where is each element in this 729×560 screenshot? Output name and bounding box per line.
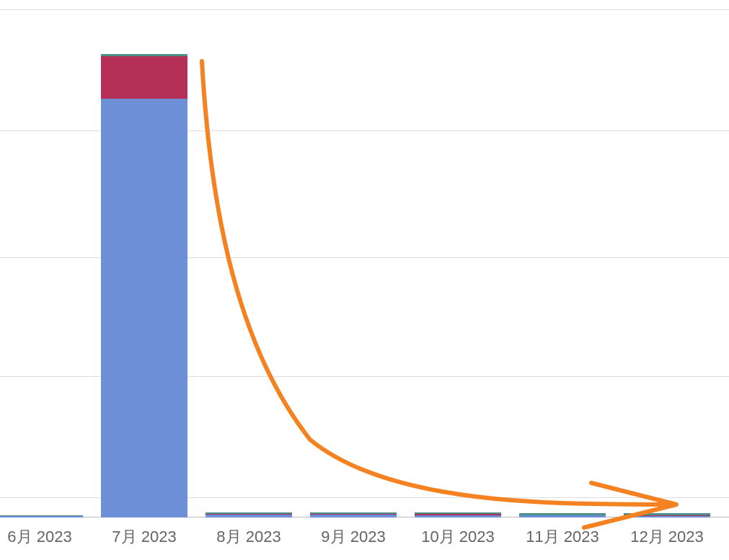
bar-9月-2023	[310, 512, 397, 517]
x-tick-label: 8月 2023	[198, 526, 299, 548]
bar-segment-series-a	[310, 515, 397, 517]
plot-area	[0, 0, 729, 517]
x-axis: 6月 2023 7月 2023 8月 2023 9月 2023 10月 2023…	[0, 526, 729, 555]
bar-segment-series-b	[101, 56, 187, 99]
gridline	[0, 9, 729, 10]
bar-7月-2023	[101, 54, 187, 517]
bar-8月-2023	[206, 512, 292, 517]
x-tick-label: 9月 2023	[303, 526, 404, 548]
x-tick-label: 6月 2023	[0, 526, 90, 548]
x-tick-label: 10月 2023	[407, 526, 508, 548]
bar-segment-series-a	[0, 516, 83, 517]
chart-container: 6月 2023 7月 2023 8月 2023 9月 2023 10月 2023…	[0, 0, 729, 560]
bar-segment-series-a	[624, 516, 710, 517]
x-tick-label: 7月 2023	[94, 526, 195, 548]
bar-segment-series-a	[519, 515, 606, 517]
x-tick-label: 12月 2023	[617, 526, 717, 548]
bar-12月-2023	[624, 513, 710, 517]
bar-segment-series-a	[206, 515, 292, 517]
bar-segment-series-a	[415, 515, 501, 517]
bar-10月-2023	[415, 512, 501, 517]
x-tick-label: 11月 2023	[512, 526, 613, 548]
bar-11月-2023	[519, 513, 606, 517]
bar-segment-series-a	[101, 99, 187, 517]
bar-6月-2023	[0, 515, 83, 517]
